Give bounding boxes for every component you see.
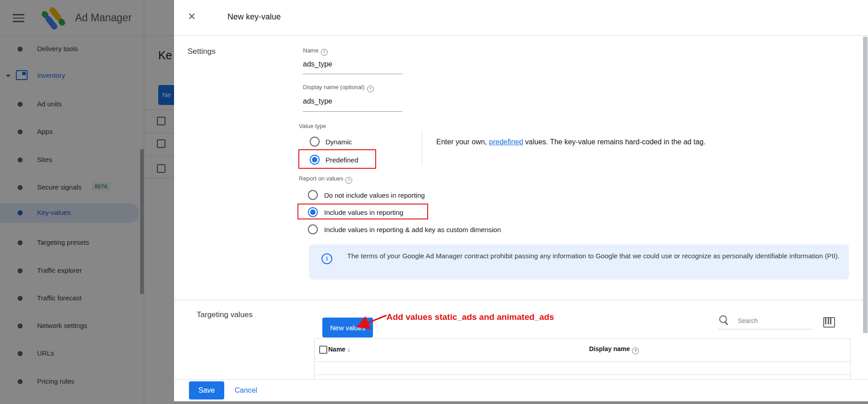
vertical-divider bbox=[422, 131, 422, 166]
name-input[interactable] bbox=[303, 60, 400, 68]
help-icon[interactable]: ? bbox=[321, 49, 328, 56]
report-on-values-label: Report on values? bbox=[299, 175, 352, 184]
settings-section-label: Settings bbox=[188, 47, 215, 56]
columns-icon[interactable] bbox=[823, 317, 835, 328]
annotation-arrow-icon bbox=[354, 313, 390, 331]
display-name-field-label: Display name (optional)? bbox=[303, 84, 374, 92]
new-key-value-dialog: ✕ New key-value Settings Name? Display n… bbox=[174, 0, 868, 401]
close-icon[interactable]: ✕ bbox=[188, 11, 196, 23]
dialog-header: ✕ New key-value bbox=[174, 0, 868, 36]
radio-custom-dimension[interactable] bbox=[308, 224, 318, 234]
radio-dynamic[interactable] bbox=[310, 137, 320, 147]
dialog-scrollbar[interactable] bbox=[863, 37, 868, 333]
section-divider bbox=[174, 300, 868, 300]
annotation-box-predefined bbox=[298, 149, 376, 169]
radio-dynamic-label[interactable]: Dynamic bbox=[326, 138, 352, 146]
column-header-name[interactable]: Name ↓ bbox=[328, 345, 351, 353]
value-type-helper-text: Enter your own, predefined values. The k… bbox=[436, 138, 706, 146]
search-icon bbox=[719, 315, 729, 325]
search-input[interactable] bbox=[737, 317, 811, 325]
cancel-button[interactable]: Cancel bbox=[235, 380, 257, 401]
radio-no-reporting-label[interactable]: Do not include values in reporting bbox=[324, 191, 425, 199]
predefined-link[interactable]: predefined bbox=[489, 138, 524, 146]
help-icon[interactable]: ? bbox=[632, 347, 639, 354]
help-icon[interactable]: ? bbox=[367, 86, 374, 92]
help-icon[interactable]: ? bbox=[345, 177, 352, 184]
name-field-label: Name? bbox=[303, 47, 328, 56]
sort-descending-icon[interactable]: ↓ bbox=[347, 345, 351, 353]
save-button[interactable]: Save bbox=[189, 381, 224, 399]
values-table: Name ↓ Display name? bbox=[314, 338, 851, 380]
dialog-title: New key-value bbox=[227, 12, 281, 22]
dialog-footer: Save Cancel bbox=[174, 379, 868, 401]
pii-notice-banner: i The terms of your Google Ad Manager co… bbox=[309, 244, 849, 280]
value-type-label: Value type bbox=[299, 123, 326, 129]
pii-notice-text: The terms of your Google Ad Manager cont… bbox=[347, 251, 847, 261]
display-name-input[interactable] bbox=[303, 97, 400, 105]
radio-no-reporting[interactable] bbox=[308, 190, 318, 200]
annotation-text: Add values static_ads and animated_ads bbox=[387, 312, 554, 322]
annotation-box-include-reporting bbox=[297, 204, 428, 219]
info-icon: i bbox=[321, 253, 332, 264]
radio-custom-dimension-label[interactable]: Include values in reporting & add key as… bbox=[324, 226, 501, 233]
column-header-display-name[interactable]: Display name? bbox=[589, 345, 639, 354]
select-all-checkbox[interactable] bbox=[319, 346, 327, 354]
targeting-values-section-label: Targeting values bbox=[197, 310, 253, 319]
